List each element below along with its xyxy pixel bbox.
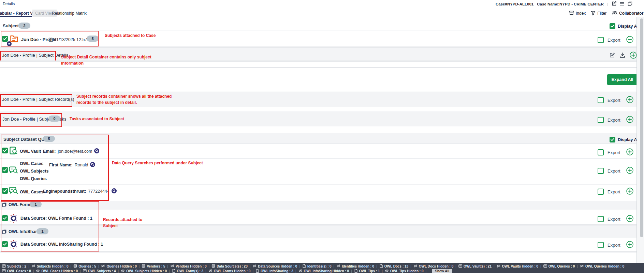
divider-line	[0, 209, 636, 209]
status-item: OWL Cases : 8	[2, 269, 31, 273]
status-separator: |	[209, 264, 210, 268]
status-item: OWL InfoSharing : 3	[255, 269, 293, 273]
forms-row-label: Data Source: OWL Forms Found : 1	[20, 216, 92, 221]
export-checkbox[interactable]	[598, 97, 604, 103]
export-checkbox[interactable]	[598, 37, 604, 43]
status-item: OWL Tips : 1	[354, 269, 380, 273]
divider-line	[0, 237, 636, 237]
data-source-icon	[9, 239, 18, 250]
status-separator: |	[250, 264, 251, 268]
tasks-count-badge: 0	[48, 115, 60, 122]
subject-count-badge: 5	[87, 36, 99, 42]
subjects-count-badge: 2	[18, 23, 30, 29]
hidden-icon	[170, 264, 174, 269]
add-plus-icon[interactable]	[630, 52, 637, 60]
download-icon[interactable]	[619, 52, 625, 59]
pages-icon	[2, 202, 7, 208]
filter-button[interactable]: Filter	[591, 11, 606, 16]
export-checkbox[interactable]	[598, 216, 604, 222]
search-badge-icon[interactable]	[90, 162, 95, 168]
card-icon	[2, 269, 6, 273]
edit-icon[interactable]	[609, 52, 615, 59]
filter-icon	[591, 11, 596, 16]
query-field-row: Email: jon.doe@test.com	[43, 148, 99, 154]
owl-forms-count-badge: 1	[30, 201, 42, 207]
status-separator: |	[299, 264, 300, 268]
subject-details-actions	[609, 52, 637, 60]
add-plus-icon[interactable]	[626, 188, 633, 196]
collaborators-icon	[612, 11, 617, 16]
forms-row-checkbox[interactable]	[2, 215, 8, 221]
hidden-icon	[31, 264, 35, 269]
status-separator: |	[334, 264, 335, 268]
status-separator: |	[455, 264, 456, 268]
export-checkbox[interactable]	[598, 117, 604, 123]
status-item: Identities(s) : 0	[302, 264, 332, 269]
owl-infosharing-header-row	[0, 226, 636, 237]
query-row-checkbox[interactable]	[2, 148, 8, 153]
chat-search-icon	[9, 187, 18, 196]
hidden-icon	[413, 264, 418, 269]
owl-infosharing-count-badge: 1	[36, 228, 48, 234]
export-records-row: Export	[598, 96, 633, 104]
status-separator: |	[118, 269, 119, 273]
search-badge-icon[interactable]	[112, 188, 117, 194]
divider-line	[0, 30, 636, 30]
query-row-checkbox[interactable]	[2, 188, 8, 194]
status-item: OWL Queries Hidden : 0	[580, 264, 624, 269]
status-bar-row1: Subjects : 2|Subjects Hidden : 0|Queries…	[0, 263, 644, 269]
add-plus-icon[interactable]	[626, 148, 633, 156]
card-icon	[543, 264, 547, 269]
status-separator: |	[28, 264, 29, 268]
status-item: Subjects Hidden : 0	[31, 264, 69, 269]
edit-case-icon[interactable]	[612, 1, 617, 7]
case-info-bar: Case#NYPD-ALL001 Case Name:NYPD - CRIME …	[496, 1, 632, 7]
data-source-icon	[9, 213, 18, 224]
status-item: Queries Hidden : 0	[101, 264, 136, 269]
export-query-row-3: Export	[598, 188, 633, 196]
subject-row-checkbox[interactable]	[2, 36, 8, 42]
hidden-icon	[252, 264, 257, 269]
status-separator: |	[295, 269, 296, 273]
expand-all-button[interactable]: Expand All	[607, 74, 638, 85]
add-plus-icon[interactable]	[626, 96, 633, 104]
export-checkbox[interactable]	[598, 189, 604, 195]
status-item: OWL Cases Hidden : 0	[36, 269, 78, 273]
annotation-queries: Data Query Searches performed under Subj…	[112, 161, 203, 165]
scrollbar-thumb[interactable]	[640, 18, 643, 237]
add-plus-icon[interactable]	[626, 215, 633, 223]
show-all-button[interactable]: Show All	[432, 269, 452, 273]
windows-restore-icon[interactable]	[628, 1, 632, 7]
pages-icon	[2, 229, 7, 235]
add-plus-icon[interactable]	[626, 167, 633, 175]
tab-relationship-matrix[interactable]: Relationship Matrix	[52, 11, 87, 16]
export-checkbox[interactable]	[598, 242, 604, 248]
status-item: OWL Vaults Hidden : 0	[497, 264, 539, 269]
divider-band	[0, 251, 636, 252]
collapse-minus-icon[interactable]	[626, 36, 633, 44]
page-icon	[354, 269, 358, 273]
export-checkbox[interactable]	[598, 168, 604, 174]
add-plus-icon[interactable]	[626, 241, 633, 249]
tabbar-border	[0, 17, 636, 17]
chat-search-icon	[9, 166, 18, 176]
status-bar: Subjects : 2|Subjects Hidden : 0|Queries…	[0, 263, 644, 273]
display-all-subjects: Display All	[610, 23, 639, 29]
collaborators-button[interactable]: Collaborators	[612, 11, 644, 16]
search-badge-icon[interactable]	[94, 148, 99, 154]
annotation-attached-line1: Records attached to	[103, 217, 142, 222]
status-item: OWL Queries : 0	[543, 264, 575, 269]
display-all-checkbox[interactable]	[610, 137, 615, 142]
status-separator: |	[540, 264, 541, 268]
export-checkbox[interactable]	[598, 149, 604, 155]
add-plus-icon[interactable]	[626, 116, 633, 124]
index-button[interactable]: Index	[569, 10, 586, 16]
query-row-checkbox[interactable]	[2, 167, 8, 173]
export-forms-row: Export	[598, 215, 633, 223]
status-separator: |	[98, 264, 99, 268]
query-source-stack: OWL Cases OWL Subjects OWL Queries	[20, 160, 49, 182]
display-all-checkbox[interactable]	[610, 23, 615, 29]
status-separator: |	[167, 264, 168, 268]
menu-icon[interactable]	[620, 2, 625, 6]
infosharing-row-checkbox[interactable]	[2, 241, 8, 247]
